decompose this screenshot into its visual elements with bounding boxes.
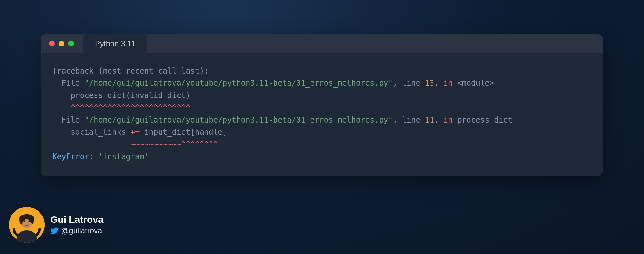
- frame-1-code-indent: [52, 128, 71, 137]
- traffic-lights: [49, 41, 74, 46]
- frame-1-in-prefix: ,: [434, 116, 443, 124]
- frame-0-in-prefix: ,: [434, 79, 443, 88]
- frame-1-code-right: input_dict[handle]: [140, 128, 227, 137]
- frame-1-code-op: +=: [131, 128, 140, 137]
- frame-1-lineno: 11: [425, 116, 434, 124]
- frame-0-line-prefix: , line: [393, 79, 425, 88]
- frame-0-in-kw: in: [443, 79, 453, 88]
- frame-1-ul-indent: [52, 140, 131, 149]
- frame-1-line-prefix: , line: [393, 116, 425, 124]
- titlebar: Python 3.11: [41, 34, 603, 53]
- profile-name: Gui Latrova: [50, 214, 104, 225]
- frame-0-scope: <module>: [453, 79, 494, 88]
- tab-python[interactable]: Python 3.11: [83, 34, 147, 53]
- frame-1-file-prefix: File: [52, 116, 84, 124]
- avatar: [9, 207, 45, 243]
- traceback-header: Traceback (most recent call last):: [52, 67, 209, 75]
- frame-0-lineno: 13: [425, 79, 434, 88]
- tab-label: Python 3.11: [95, 39, 136, 48]
- terminal-window: Python 3.11 Traceback (most recent call …: [41, 34, 603, 176]
- profile-card: Gui Latrova @guilatrova: [9, 207, 104, 243]
- frame-1-underline-caret: ^^^^^^^^: [181, 140, 218, 149]
- frame-0-ul-indent: [52, 103, 71, 112]
- profile-handle-row[interactable]: @guilatrova: [50, 226, 104, 235]
- frame-1-code-left: social_links: [71, 128, 131, 137]
- profile-text: Gui Latrova @guilatrova: [50, 214, 104, 235]
- error-sep: :: [89, 152, 98, 161]
- terminal-output: Traceback (most recent call last): File …: [41, 53, 603, 176]
- frame-0-code: process_dict(invalid_dict): [71, 91, 190, 100]
- frame-0-code-indent: [52, 91, 71, 100]
- error-type: KeyError: [52, 152, 89, 161]
- minimize-icon[interactable]: [59, 41, 64, 46]
- close-icon[interactable]: [49, 41, 55, 46]
- frame-1-in-kw: in: [443, 116, 453, 124]
- maximize-icon[interactable]: [68, 41, 74, 46]
- frame-0-file-prefix: File: [52, 79, 84, 88]
- frame-1-underline-tilde: ~~~~~~~~~~~: [131, 140, 181, 149]
- twitter-icon: [50, 227, 59, 235]
- svg-point-3: [28, 220, 30, 222]
- profile-handle: @guilatrova: [61, 226, 102, 235]
- frame-0-path: "/home/gui/guilatrova/youtube/python3.11…: [84, 79, 393, 88]
- error-message: 'instagram': [98, 152, 149, 161]
- avatar-image: [9, 207, 45, 243]
- svg-point-2: [24, 220, 25, 222]
- frame-0-underline: ^^^^^^^^^^^^^^^^^^^^^^^^^^: [71, 103, 190, 112]
- frame-1-scope: process_dict: [453, 116, 512, 124]
- frame-1-path: "/home/gui/guilatrova/youtube/python3.11…: [84, 116, 393, 124]
